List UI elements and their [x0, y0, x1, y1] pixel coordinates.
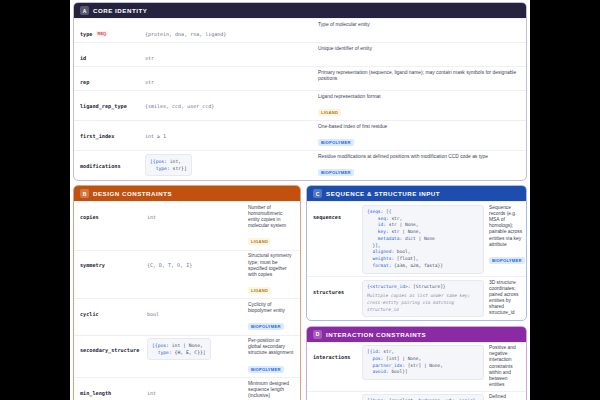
field-name: cyclic — [80, 311, 99, 317]
panel-core-identity: ACORE IDENTITYtypeREQ{protein, dna, rna,… — [73, 2, 527, 181]
field-name: symmetry — [80, 262, 105, 268]
code-block: [{pos: int | None, type: {H, E, C}}] — [147, 338, 211, 360]
panel-title: SEQUENCE & STRUCTURE INPUT — [326, 190, 440, 197]
biopolymer-badge: BIOPOLYMER — [318, 169, 354, 176]
code-value: [str] | None, — [405, 363, 443, 368]
field-name: copies — [80, 214, 99, 220]
code-line: key: str | None, — [367, 229, 479, 236]
code-block: [{id: str, pos: [int] | None, partner_id… — [362, 345, 484, 380]
table-row: ligand_rep_type{smiles, ccd, user_ccd}Li… — [74, 90, 526, 120]
field-description: Ligand representation format — [318, 94, 520, 100]
panel-D: DINTERACTION CONSTRAINTSinteractions[{id… — [306, 326, 527, 400]
code-line: weights: [float], — [367, 256, 479, 263]
type-cell: {protein, dna, rna, ligand} — [145, 22, 313, 40]
field-description: 3D structure coordinates; paired across … — [489, 280, 520, 317]
code-key: weights: — [367, 256, 394, 261]
description-cell: Type of molecular entity — [318, 22, 520, 28]
table-row: typeREQ{protein, dna, rna, ligand}Type o… — [74, 18, 526, 42]
code-line: type: str}] — [150, 165, 187, 172]
code-key: seq: — [367, 216, 389, 221]
panel-letter-chip: C — [313, 189, 322, 198]
description-cell: Ligand representation formatLIGAND — [318, 94, 520, 118]
description-cell: 3D structure coordinates; paired across … — [489, 280, 520, 317]
field-description: Primary representation (sequence, ligand… — [318, 70, 520, 82]
field-type: {smiles, ccd, user_ccd} — [145, 103, 214, 109]
code-value: }], — [367, 243, 381, 248]
field-cell: interactions — [313, 345, 357, 363]
field-cell: rep — [80, 70, 140, 88]
code-line: [{id: str, — [367, 349, 479, 356]
req-badge: REQ — [96, 31, 109, 36]
code-value: [float], — [394, 256, 418, 261]
code-value: str | None, — [389, 229, 422, 234]
table-row: idstrUnique identifier of entity — [74, 42, 526, 66]
code-key: partner_ids: — [367, 363, 405, 368]
type-cell: [{type: {covalent, hydrogen, vdw, ionic}… — [362, 394, 484, 400]
code-value: bool, — [394, 249, 410, 254]
field-description: Residue modifications at defined positio… — [318, 154, 520, 160]
field-type: int ≥ 1 — [145, 133, 166, 139]
panel-B: BDESIGN CONSTRAINTScopiesintNumber of ho… — [73, 185, 301, 400]
description-cell: Minimum designed sequence length (inclus… — [248, 381, 294, 400]
type-cell: str — [145, 46, 313, 64]
panel-letter-chip: B — [80, 189, 89, 198]
field-cell: symmetry — [80, 253, 142, 271]
table-row: first_indexint ≥ 1One-based index of fir… — [74, 120, 526, 150]
panel-header: CSEQUENCE & STRUCTURE INPUT — [307, 186, 526, 201]
type-cell: [{id: str, pos: [int] | None, partner_id… — [362, 345, 484, 380]
description-cell: Number of homomultimeric entity copies i… — [248, 205, 294, 248]
field-type: {protein, dna, rna, ligand} — [145, 31, 226, 37]
code-key: format: — [367, 263, 391, 268]
field-description: Structural symmetry type; must be specif… — [248, 253, 294, 278]
code-key: {seqs: — [367, 209, 383, 214]
field-description: Number of homomultimeric entity copies i… — [248, 205, 294, 230]
field-cell: min_length — [80, 381, 142, 399]
code-key: aligned: — [367, 249, 394, 254]
code-block: {seqs: [{ seq: str, id: str | None, key:… — [362, 205, 484, 274]
panel-header: ACORE IDENTITY — [74, 3, 526, 18]
ligand-badge: LIGAND — [318, 109, 341, 116]
code-key: type: — [150, 166, 170, 171]
panel-A: ACORE IDENTITYtypeREQ{protein, dna, rna,… — [73, 2, 527, 181]
panel-letter-chip: D — [313, 330, 322, 339]
code-value: [int] | None, — [383, 356, 421, 361]
type-cell: int — [147, 381, 243, 399]
biopolymer-badge: BIOPOLYMER — [489, 257, 525, 264]
panel-title: DESIGN CONSTRAINTS — [93, 190, 172, 197]
panel-title: INTERACTION CONSTRAINTS — [326, 331, 426, 338]
code-line: metadata: dict | None — [367, 236, 479, 243]
schema-reference-page: ACORE IDENTITYtypeREQ{protein, dna, rna,… — [70, 0, 530, 400]
code-block: [{type: {covalent, hydrogen, vdw, ionic}… — [362, 394, 484, 400]
field-type: int — [147, 390, 156, 396]
field-type: str — [145, 79, 154, 85]
field-name: modifications — [80, 163, 121, 169]
code-key: {<structure_id>: — [367, 284, 410, 289]
field-name: ligand_rep_type — [80, 103, 127, 109]
table-row: copiesintNumber of homomultimeric entity… — [74, 201, 300, 250]
description-cell: Residue modifications at defined positio… — [318, 154, 520, 178]
code-value: dict | None — [402, 236, 435, 241]
type-cell: {C, D, T, O, I} — [147, 253, 243, 271]
code-value: bool}] — [389, 369, 408, 374]
field-description: Minimum designed sequence length (inclus… — [248, 381, 294, 399]
code-block: {<structure_id>: [Structure]}Multiple co… — [362, 280, 484, 318]
panel-design-constraints: BDESIGN CONSTRAINTScopiesintNumber of ho… — [73, 185, 301, 400]
field-name: min_length — [80, 390, 111, 396]
panel-header: BDESIGN CONSTRAINTS — [74, 186, 300, 201]
description-cell: Cyclicity of biopolymer entityBIOPOLYMER — [248, 302, 294, 332]
field-cell: typeREQ — [80, 22, 140, 40]
code-line: pos: [int] | None, — [367, 356, 479, 363]
code-line: format: {a3m, a2m, fasta}} — [367, 263, 479, 270]
screenshot-canvas: ACORE IDENTITYtypeREQ{protein, dna, rna,… — [0, 0, 600, 400]
type-cell: str — [145, 70, 313, 88]
panel-header: DINTERACTION CONSTRAINTS — [307, 327, 526, 342]
panel-letter-chip: A — [80, 6, 89, 15]
description-cell: Sequence records (e.g. MSA of homologs);… — [489, 205, 525, 266]
field-cell: sequences — [313, 205, 357, 223]
field-cell: id — [80, 46, 140, 64]
lower-columns: BDESIGN CONSTRAINTScopiesintNumber of ho… — [73, 185, 527, 400]
description-cell: Positive and negative interaction constr… — [489, 345, 520, 388]
type-cell: int ≥ 1 — [145, 124, 313, 142]
code-line: {<structure_id>: [Structure]} — [367, 284, 479, 291]
code-key: avoid: — [367, 369, 389, 374]
